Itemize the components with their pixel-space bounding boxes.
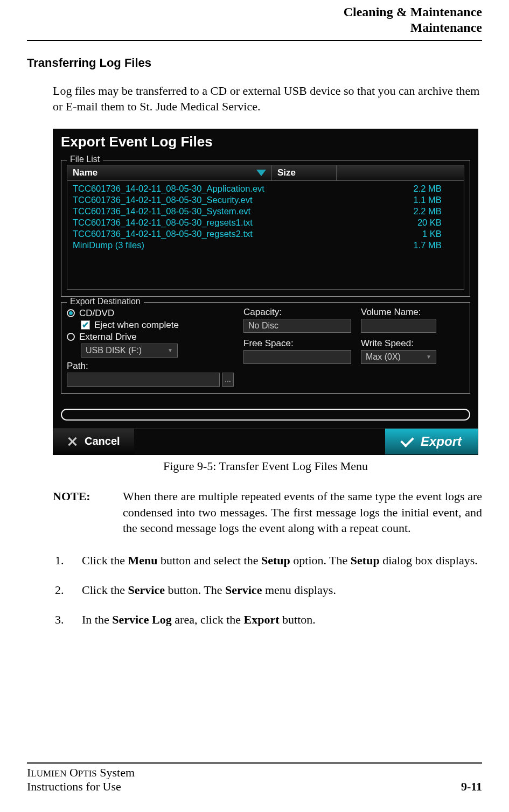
progress-area: [53, 399, 478, 428]
col-name-header[interactable]: Name: [67, 165, 272, 180]
export-label: Export: [421, 434, 462, 449]
figure-caption: Figure 9-5: Transfer Event Log Files Men…: [53, 459, 478, 473]
running-header: Cleaning & Maintenance Maintenance: [27, 0, 482, 40]
dest-right-col: Volume Name: Write Speed: Max (0X) ▼: [361, 307, 464, 387]
radio-external-label: External Drive: [79, 332, 137, 342]
file-list-legend: File List: [67, 155, 103, 164]
file-list-empty-area: [67, 252, 464, 290]
eject-checkbox[interactable]: ✔ Eject when complete: [81, 320, 234, 331]
free-space-field: [243, 350, 351, 364]
write-speed-value: Max (0X): [366, 352, 401, 362]
checkbox-checked-icon: ✔: [81, 320, 90, 330]
file-list-fieldset: File List Name Size TCC601736_14-02-11_0…: [61, 160, 470, 297]
volume-label: Volume Name:: [361, 307, 464, 318]
table-row[interactable]: MiniDump (3 files)1.7 MB: [67, 240, 464, 251]
header-line1: Cleaning & Maintenance: [27, 4, 482, 20]
volume-field: [361, 319, 436, 333]
write-speed-combo[interactable]: Max (0X) ▼: [361, 350, 436, 364]
radio-unchecked-icon: [67, 333, 75, 341]
close-icon: [67, 437, 77, 446]
table-row[interactable]: TCC601736_14-02-11_08-05-30_regsets2.txt…: [67, 228, 464, 240]
header-rule: [27, 40, 482, 41]
note-label: NOTE:: [53, 488, 101, 536]
sort-desc-icon: [256, 170, 266, 176]
path-browse-button[interactable]: …: [222, 373, 234, 387]
checkmark-icon: [400, 433, 414, 447]
radio-external[interactable]: External Drive: [67, 332, 234, 342]
section-title: Transferring Log Files: [0, 56, 482, 70]
dest-mid-col: Capacity: No Disc Free Space:: [243, 307, 351, 387]
free-space-label: Free Space:: [243, 338, 351, 349]
capacity-label: Capacity:: [243, 307, 351, 318]
list-item: Click the Service button. The Service me…: [67, 581, 482, 599]
chevron-down-icon: ▼: [168, 347, 173, 353]
radio-cddvd[interactable]: CD/DVD: [67, 308, 234, 319]
path-label: Path:: [67, 361, 234, 372]
page-footer: ILUMIEN OPTIS System Instructions for Us…: [27, 762, 482, 794]
destination-legend: Export Destination: [67, 297, 144, 306]
intro-paragraph: Log files may be transferred to a CD or …: [53, 83, 482, 115]
dest-left-col: CD/DVD ✔ Eject when complete External Dr…: [67, 307, 234, 387]
path-input[interactable]: [67, 373, 220, 387]
external-drive-value: USB DISK (F:): [86, 346, 142, 355]
write-speed-label: Write Speed:: [361, 338, 464, 349]
cancel-label: Cancel: [85, 435, 120, 447]
page-number: 9-11: [461, 780, 482, 794]
table-row[interactable]: TCC601736_14-02-11_08-05-30_regsets1.txt…: [67, 217, 464, 228]
dialog-title: Export Event Log Files: [53, 129, 478, 157]
external-drive-combo[interactable]: USB DISK (F:) ▼: [81, 344, 178, 358]
export-dialog: Export Event Log Files File List Name Si…: [53, 129, 478, 455]
note-text: When there are multiple repeated events …: [123, 488, 482, 536]
footer-left: ILUMIEN OPTIS System Instructions for Us…: [27, 766, 135, 794]
radio-checked-icon: [67, 309, 75, 317]
file-list-table: Name Size: [67, 165, 464, 181]
note-block: NOTE: When there are multiple repeated e…: [53, 488, 482, 536]
table-row[interactable]: TCC601736_14-02-11_08-05-30_Security.evt…: [67, 194, 464, 206]
col-spacer: [337, 165, 464, 180]
footer-rule: [27, 762, 482, 764]
cancel-button[interactable]: Cancel: [53, 429, 134, 454]
steps-list: Click the Menu button and select the Set…: [53, 551, 482, 628]
col-size-header[interactable]: Size: [272, 165, 337, 180]
col-name-label: Name: [73, 167, 97, 178]
list-item: Click the Menu button and select the Set…: [67, 551, 482, 569]
table-row[interactable]: TCC601736_14-02-11_08-05-30_System.evt2.…: [67, 206, 464, 217]
radio-cddvd-label: CD/DVD: [79, 308, 114, 319]
list-item: In the Service Log area, click the Expor…: [67, 611, 482, 628]
eject-label: Eject when complete: [94, 320, 179, 331]
header-line2: Maintenance: [27, 20, 482, 36]
capacity-field: No Disc: [243, 319, 351, 333]
export-button[interactable]: Export: [385, 429, 478, 454]
destination-fieldset: Export Destination CD/DVD ✔ Eject when c…: [61, 302, 470, 394]
table-row[interactable]: TCC601736_14-02-11_08-05-30_Application.…: [67, 183, 464, 194]
progress-bar: [61, 409, 470, 421]
chevron-down-icon: ▼: [426, 354, 431, 360]
dialog-button-row: Cancel Export: [53, 428, 478, 454]
